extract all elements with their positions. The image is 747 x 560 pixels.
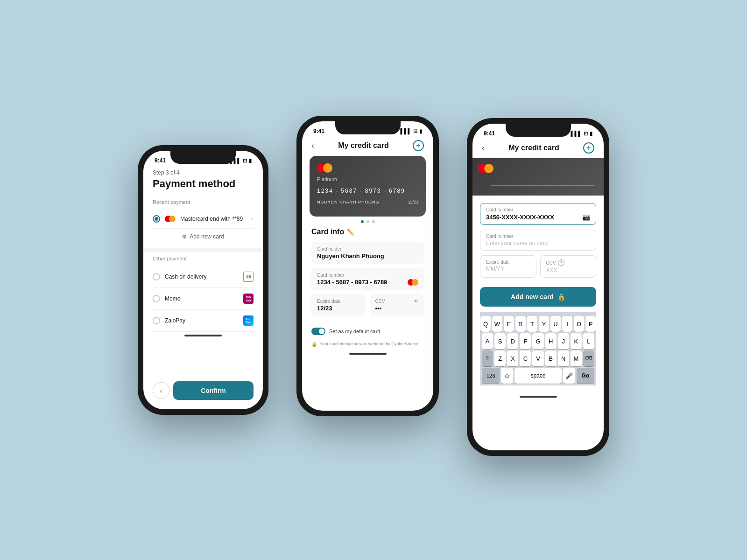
card-number-on-card: 1234 - 5687 - 8973 - 6789: [317, 188, 418, 194]
key-u[interactable]: U: [550, 316, 561, 332]
eye-icon[interactable]: 👁: [414, 299, 418, 304]
back-button[interactable]: ‹: [153, 382, 169, 399]
add-new-card-button[interactable]: ⊕ Add new card: [153, 229, 254, 245]
key-g[interactable]: G: [532, 333, 543, 349]
key-r[interactable]: R: [515, 316, 526, 332]
key-space[interactable]: space: [514, 368, 562, 384]
phone2-nav: ‹ My credit card +: [302, 137, 433, 156]
nav-title-2: My credit card: [338, 141, 388, 150]
mastercard-radio[interactable]: [153, 215, 160, 223]
key-c[interactable]: C: [520, 350, 531, 366]
zalopay-radio[interactable]: [153, 317, 160, 324]
key-i[interactable]: I: [562, 316, 572, 332]
ccv-input[interactable]: CCV ? XXX: [540, 255, 597, 278]
key-delete[interactable]: ⌫: [583, 350, 594, 366]
ccv-info-icon[interactable]: ?: [558, 259, 564, 266]
key-k[interactable]: K: [571, 333, 582, 349]
credit-card: Platinum 1234 - 5687 - 8973 - 6789 NGUYE…: [310, 156, 426, 217]
key-e[interactable]: E: [504, 316, 514, 332]
key-l[interactable]: L: [583, 333, 594, 349]
key-f[interactable]: F: [520, 333, 531, 349]
key-shift[interactable]: ⇧: [482, 350, 493, 366]
number-value: 1234 - 5687 - 8973 - 6789: [317, 279, 418, 286]
expire-input[interactable]: Expire date MM/YY: [480, 255, 536, 278]
preview-mc-icon: [478, 164, 493, 173]
security-text: Your card infomation was serbured by Cyp…: [320, 342, 418, 347]
card-number-form-value: 3456-XXXX-XXXX-XXXX 📷: [486, 213, 590, 221]
card-info-title: Card info ✏️: [311, 228, 424, 236]
camera-icon[interactable]: 📷: [582, 213, 590, 221]
key-h[interactable]: H: [545, 333, 557, 349]
keyboard-row-3: ⇧ Z X C V B N M ⌫: [482, 350, 594, 366]
key-mic[interactable]: 🎤: [563, 368, 575, 384]
home-indicator-1: [184, 335, 222, 336]
momo-option[interactable]: Momo momo: [153, 288, 254, 310]
card-dot-3[interactable]: [372, 220, 375, 223]
key-d[interactable]: D: [507, 333, 518, 349]
nav-plus-button-3[interactable]: +: [583, 142, 594, 154]
recent-payment-label: Recent payment: [153, 199, 254, 205]
zalopay-label: ZaloPay: [165, 317, 185, 324]
key-p[interactable]: P: [585, 316, 596, 332]
status-time-1: 9:41: [155, 157, 166, 164]
key-emoji[interactable]: ☺: [501, 368, 513, 384]
mastercard-icon: [165, 216, 176, 222]
card-number-input[interactable]: Card number 3456-XXXX-XXXX-XXXX 📷: [480, 203, 596, 225]
number-label: Card number: [317, 273, 418, 278]
card-dot-2[interactable]: [366, 220, 369, 223]
mastercard-option[interactable]: Mastercard end with **89 ›: [153, 210, 254, 229]
card-expiry-on-card: 12/23: [408, 200, 418, 204]
zalopay-option[interactable]: ZaloPay ZaloPay: [153, 310, 254, 332]
expire-form-label: Expire date: [486, 259, 530, 265]
key-q[interactable]: Q: [480, 316, 491, 332]
key-go[interactable]: Go: [577, 368, 594, 384]
cash-radio[interactable]: [153, 273, 160, 280]
nav-back-button-3[interactable]: ‹: [482, 143, 485, 153]
signal-icon-2: ▌▌▌: [401, 128, 411, 134]
nav-plus-button[interactable]: +: [413, 140, 424, 151]
key-a[interactable]: A: [482, 333, 493, 349]
key-o[interactable]: O: [574, 316, 584, 332]
key-n[interactable]: N: [558, 350, 569, 366]
card-name-placeholder: Enter your name on card: [486, 240, 590, 246]
ccv-label: CCV 👁: [375, 299, 419, 304]
confirm-button[interactable]: Confirm: [173, 381, 254, 400]
card-type-label: Platinum: [317, 176, 418, 182]
card-number-form-label: Card number: [486, 207, 590, 212]
add-card-button[interactable]: Add new card 🔒: [480, 287, 596, 307]
lock-icon: 🔒: [311, 342, 317, 347]
status-icons-2: ▌▌▌ ⊡ ▮: [401, 128, 422, 134]
cash-option[interactable]: Cash on delivery 💵: [153, 266, 254, 288]
mastercard-label: Mastercard end with **89: [180, 216, 243, 222]
card-dot-1[interactable]: [361, 220, 364, 223]
default-card-toggle[interactable]: [311, 328, 325, 335]
phone3-nav: ‹ My credit card +: [472, 140, 604, 158]
key-j[interactable]: J: [558, 333, 569, 349]
key-w[interactable]: W: [492, 316, 502, 332]
key-s[interactable]: S: [494, 333, 506, 349]
battery-icon-3: ▮: [590, 131, 592, 137]
key-b[interactable]: B: [545, 350, 557, 366]
card-name-input[interactable]: Card number Enter your name on card: [480, 230, 596, 251]
key-m[interactable]: M: [571, 350, 582, 366]
key-123[interactable]: 123: [482, 368, 500, 384]
momo-radio[interactable]: [153, 295, 160, 302]
key-y[interactable]: Y: [539, 316, 549, 332]
keyboard-row-2: A S D F G H J K L: [482, 333, 594, 349]
edit-icon[interactable]: ✏️: [347, 229, 354, 236]
cash-label: Cash on delivery: [165, 273, 206, 280]
status-time-3: 9:41: [484, 130, 495, 137]
key-t[interactable]: T: [527, 316, 537, 332]
ccv-placeholder: XXX: [546, 267, 591, 273]
wifi-icon-3: ⊡: [584, 131, 588, 137]
keyboard: Q W E R T Y U I O P A S D F G H: [480, 312, 596, 385]
holder-label: Card holder: [317, 246, 418, 252]
expire-value: 12/23: [317, 305, 360, 312]
key-z[interactable]: Z: [494, 350, 506, 366]
nav-back-button-2[interactable]: ‹: [311, 141, 314, 151]
holder-value: Nguyen Khanh Phuong: [317, 252, 418, 259]
key-v[interactable]: V: [532, 350, 543, 366]
status-icons-3: ▌▌▌ ⊡ ▮: [571, 131, 592, 137]
key-x[interactable]: X: [507, 350, 518, 366]
card-carousel: Platinum 1234 - 5687 - 8973 - 6789 NGUYE…: [302, 156, 433, 223]
